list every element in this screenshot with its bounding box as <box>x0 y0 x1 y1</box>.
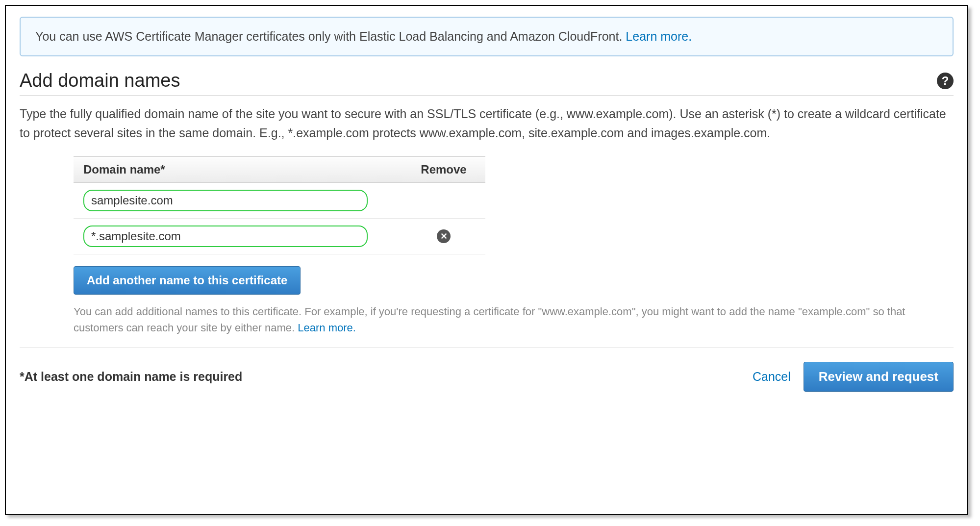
close-icon: ✕ <box>440 231 448 241</box>
cancel-button[interactable]: Cancel <box>753 370 791 384</box>
remove-cell-0 <box>402 182 485 218</box>
required-note: *At least one domain name is required <box>20 370 242 384</box>
review-and-request-button[interactable]: Review and request <box>804 362 954 392</box>
col-header-domain: Domain name* <box>74 156 402 182</box>
info-banner-learn-more-link[interactable]: Learn more. <box>626 29 692 43</box>
dialog-frame: You can use AWS Certificate Manager cert… <box>5 5 968 515</box>
col-header-remove: Remove <box>402 156 485 182</box>
add-another-name-button[interactable]: Add another name to this certificate <box>74 266 301 295</box>
footer-actions: Cancel Review and request <box>753 362 954 392</box>
remove-domain-button[interactable]: ✕ <box>437 229 451 243</box>
page-description: Type the fully qualified domain name of … <box>20 104 954 143</box>
info-banner-text: You can use AWS Certificate Manager cert… <box>35 29 626 43</box>
add-hint: You can add additional names to this cer… <box>74 303 907 336</box>
footer-row: *At least one domain name is required Ca… <box>20 362 954 392</box>
divider <box>20 348 954 348</box>
info-banner: You can use AWS Certificate Manager cert… <box>20 17 954 56</box>
add-hint-learn-more-link[interactable]: Learn more. <box>298 322 356 334</box>
help-icon[interactable]: ? <box>937 73 954 89</box>
table-row: ✕ <box>74 218 485 254</box>
table-row <box>74 182 485 218</box>
page-title: Add domain names <box>20 70 180 91</box>
domain-input-0[interactable] <box>83 190 368 211</box>
domain-input-1[interactable] <box>83 225 368 247</box>
domain-table: Domain name* Remove ✕ <box>74 156 485 254</box>
domain-section: Domain name* Remove ✕ <box>74 156 485 336</box>
add-hint-text: You can add additional names to this cer… <box>74 305 905 334</box>
title-row: Add domain names ? <box>20 70 954 96</box>
